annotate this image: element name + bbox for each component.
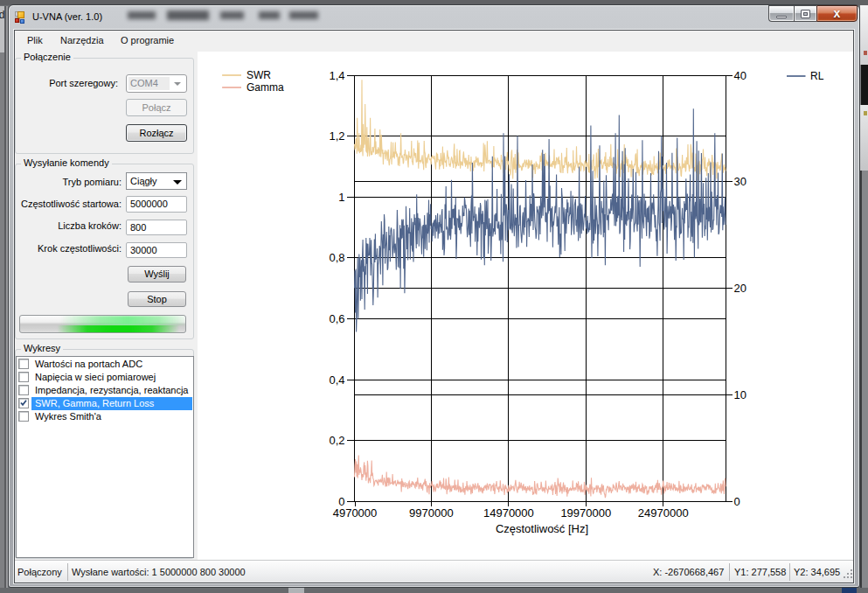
svg-text:0,4: 0,4 <box>329 373 344 387</box>
svg-text:0,6: 0,6 <box>329 312 344 325</box>
svg-text:0: 0 <box>734 495 740 508</box>
svg-text:4970000: 4970000 <box>333 506 378 520</box>
svg-text:0,8: 0,8 <box>329 251 344 264</box>
svg-text:19970000: 19970000 <box>560 506 611 520</box>
svg-text:1: 1 <box>338 191 344 204</box>
svg-text:Gamma: Gamma <box>247 81 284 94</box>
svg-text:20: 20 <box>734 282 746 295</box>
svg-text:14970000: 14970000 <box>483 506 534 520</box>
svg-text:40: 40 <box>734 69 746 82</box>
svg-text:30: 30 <box>734 175 746 188</box>
svg-text:SWR: SWR <box>247 69 271 81</box>
svg-text:24970000: 24970000 <box>638 506 689 520</box>
svg-text:9970000: 9970000 <box>409 506 454 520</box>
svg-text:1,2: 1,2 <box>329 129 344 143</box>
svg-text:RL: RL <box>810 70 824 82</box>
svg-text:0,2: 0,2 <box>329 434 344 447</box>
svg-text:1,4: 1,4 <box>329 69 344 82</box>
svg-text:Częstotliwość [Hz]: Częstotliwość [Hz] <box>496 522 588 535</box>
svg-text:10: 10 <box>734 388 746 401</box>
